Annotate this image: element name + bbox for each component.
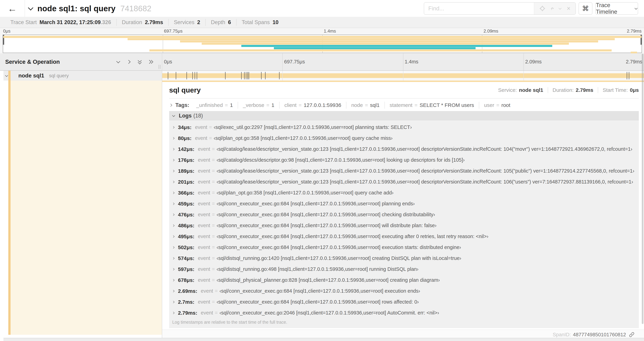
log-row[interactable]: 176μs: event = ‹sql/catalog/descs/descri…	[169, 155, 639, 165]
log-expander-icon[interactable]	[172, 235, 175, 238]
log-key: event	[201, 310, 213, 316]
log-equals: =	[212, 223, 215, 228]
expand-one-icon[interactable]	[127, 60, 132, 64]
overview-value: 0μs	[630, 87, 639, 93]
span-expander-icon[interactable]	[5, 74, 8, 77]
span-row-name-cell[interactable]: node sql1 sql query	[4, 71, 162, 81]
logs-label: Logs	[179, 113, 192, 119]
log-timestamp: 2.7ms:	[178, 299, 194, 305]
log-key: event	[198, 223, 210, 228]
expand-all-icon[interactable]	[148, 60, 153, 64]
log-expander-icon[interactable]	[172, 213, 175, 216]
log-row[interactable]: 495μs: event = ‹sql/conn_executor_exec.g…	[169, 231, 639, 242]
collapse-one-icon[interactable]	[116, 60, 121, 64]
log-expander-icon[interactable]	[172, 148, 175, 150]
overview-label: Service:	[498, 87, 517, 93]
log-row[interactable]: 80μs: event = ‹sql/plan_opt.go:358 [nsql…	[169, 133, 639, 144]
tick-label: 1.4ms	[324, 29, 336, 34]
log-expander-icon[interactable]	[172, 170, 175, 172]
logs-expander-icon[interactable]	[172, 114, 175, 117]
log-expander-icon[interactable]	[172, 311, 175, 314]
log-expander-icon[interactable]	[172, 224, 175, 227]
log-expander-icon[interactable]	[172, 268, 175, 270]
tag-equals: =	[225, 102, 228, 108]
log-marker	[265, 72, 266, 79]
log-row[interactable]: 366μs: event = ‹sql/plan_opt.go:358 [nsq…	[169, 187, 639, 198]
minimap-canvas[interactable]	[3, 35, 642, 53]
span-detail-card: sql query Service: node sql1 Duration: 2…	[162, 82, 644, 330]
log-expander-icon[interactable]	[172, 246, 175, 249]
find-clear-icon[interactable]: ×	[567, 5, 570, 12]
log-row[interactable]: 502μs: event = ‹sql/conn_executor_exec.g…	[169, 242, 639, 253]
find-prev-icon[interactable]	[550, 7, 554, 10]
log-row[interactable]: 678μs: event = ‹sql/distsql_physical_pla…	[169, 275, 639, 285]
log-marker	[246, 72, 246, 79]
log-row[interactable]: 189μs: event = ‹sql/catalog/lease/descri…	[169, 165, 639, 176]
summary-label: Total Spans	[242, 19, 270, 26]
log-equals: =	[212, 190, 215, 196]
collapse-all-icon[interactable]	[138, 60, 142, 64]
log-expander-icon[interactable]	[172, 126, 175, 129]
log-row[interactable]: 2.79ms: event = ‹sql/conn_executor_exec.…	[169, 307, 639, 318]
log-row[interactable]: 476μs: event = ‹sql/conn_executor_exec.g…	[169, 209, 639, 220]
log-row[interactable]: 2.69ms: event = ‹sql/conn_executor_exec.…	[169, 285, 639, 296]
tag-key: _unfinished	[196, 102, 223, 108]
logs-header[interactable]: Logs (18)	[169, 111, 639, 120]
trace-collapse-chevron-icon[interactable]	[28, 6, 34, 12]
log-expander-icon[interactable]	[172, 137, 175, 140]
tick-label: 697.75μs	[284, 59, 305, 65]
find-target-icon[interactable]	[539, 5, 546, 12]
tag-item: _unfinished = 1	[191, 102, 238, 109]
log-row[interactable]: 201μs: event = ‹sql/catalog/lease/descri…	[169, 176, 639, 187]
tag-key: client	[284, 102, 296, 108]
log-row[interactable]: 574μs: event = ‹sql/distsql_running.go:1…	[169, 253, 639, 264]
tag-equals: =	[496, 102, 500, 108]
link-icon[interactable]	[629, 332, 635, 337]
back-button[interactable]: ←	[0, 0, 25, 17]
log-key: event	[198, 212, 210, 217]
column-divider[interactable]	[162, 53, 162, 338]
find-next-icon[interactable]	[559, 7, 562, 10]
minimap-span-bar	[150, 49, 612, 52]
log-expander-icon[interactable]	[172, 290, 175, 292]
log-expander-icon[interactable]	[172, 279, 175, 281]
view-selector-button[interactable]: Trace Timeline	[596, 2, 638, 15]
log-expander-icon[interactable]	[172, 191, 175, 194]
log-expander-icon[interactable]	[172, 301, 175, 303]
log-expander-icon[interactable]	[172, 257, 175, 259]
log-row[interactable]: 486μs: event = ‹sql/conn_executor_exec.g…	[169, 220, 639, 231]
log-key: event	[198, 168, 210, 174]
summary-label: Duration	[122, 19, 142, 26]
log-expander-icon[interactable]	[172, 202, 175, 205]
grid-line	[524, 53, 524, 70]
log-row[interactable]: 459μs: event = ‹sql/conn_executor_exec.g…	[169, 198, 639, 209]
scrollbar[interactable]	[642, 54, 644, 324]
log-expander-icon[interactable]	[172, 159, 175, 161]
log-row[interactable]: 2.7ms: event = ‹sql/conn_executor_exec.g…	[169, 296, 639, 307]
log-timestamp: 80μs:	[178, 135, 192, 141]
tags-expander-icon[interactable]	[170, 104, 172, 107]
log-row[interactable]: 34μs: event = ‹sql/exec_util.go:2297 [ns…	[169, 122, 639, 133]
tag-item: _verbose = 1	[238, 102, 279, 109]
log-row[interactable]: 597μs: event = ‹sql/distsql_running.go:4…	[169, 264, 639, 275]
column-resizer-grip[interactable]	[158, 65, 160, 69]
log-value: ‹sql/catalog/descs/descriptor.go:98 [nsq…	[216, 157, 465, 163]
trace-summary-item: Services 2	[168, 19, 205, 26]
log-row[interactable]: 142μs: event = ‹sql/catalog/lease/descri…	[169, 144, 639, 155]
tag-equals: =	[299, 102, 302, 108]
grid-line	[403, 53, 403, 70]
log-expander-icon[interactable]	[172, 181, 175, 183]
summary-label: Services	[174, 19, 194, 26]
span-detail-accent-bar	[162, 81, 644, 82]
log-timestamp: 495μs:	[178, 234, 194, 239]
log-timestamp: 574μs:	[178, 255, 194, 261]
tags-row[interactable]: Tags: _unfinished = 1 _verbose = 1	[169, 99, 639, 111]
trace-summary-item: Depth 6	[205, 19, 236, 26]
log-equals: =	[212, 277, 215, 283]
span-id-label: SpanID:	[553, 332, 571, 337]
find-input[interactable]	[424, 3, 534, 14]
summary-suffix: .326	[100, 19, 111, 26]
logs-count: (18)	[193, 113, 203, 119]
log-key: event	[198, 266, 210, 272]
keyboard-shortcuts-button[interactable]: ⌘	[578, 2, 592, 15]
